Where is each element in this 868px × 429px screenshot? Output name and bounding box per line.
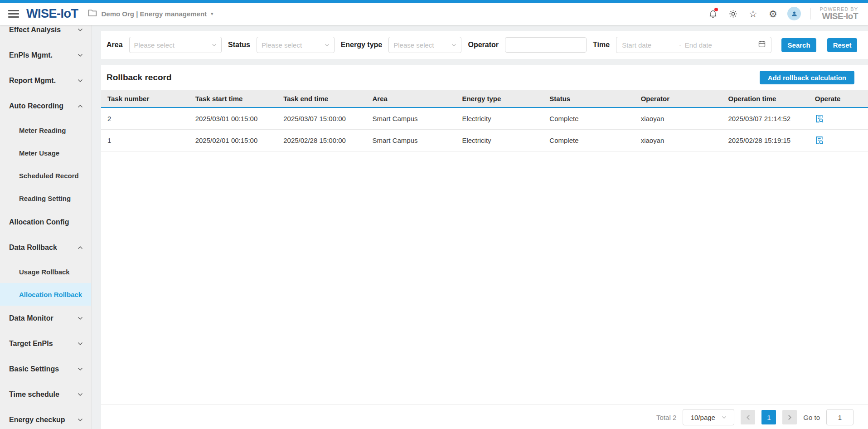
time-filter-label: Time — [593, 41, 610, 49]
sidebar-item-label: EnPls Mgmt. — [9, 51, 53, 59]
sidebar-item-label: Auto Recording — [9, 102, 63, 110]
app-logo: WISE-IoT — [26, 7, 78, 21]
chevron-left-icon — [746, 414, 750, 420]
chevron-down-icon — [78, 367, 83, 371]
chevron-down-icon — [78, 418, 83, 422]
header-divider — [810, 8, 810, 20]
table-row: 22025/03/01 00:15:002025/03/07 15:00:00S… — [101, 107, 868, 130]
energy-type-filter-label: Energy type — [341, 41, 383, 49]
sidebar-item-label: Allocation Config — [9, 218, 69, 226]
sidebar-item-data-rollback[interactable]: Data Rollback — [0, 235, 91, 260]
sidebar-item-meter-reading[interactable]: Meter Reading — [0, 119, 91, 141]
area-filter-label: Area — [107, 41, 123, 49]
sidebar-item-time-schedule[interactable]: Time schedule — [0, 382, 91, 407]
main-content: Area Please select Status Please select … — [92, 25, 868, 429]
sidebar-item-report-mgmt[interactable]: Report Mgmt. — [0, 68, 91, 93]
chevron-down-icon — [78, 54, 83, 57]
area-select-placeholder: Please select — [134, 41, 212, 49]
sidebar-item-label: Effect Analysis — [9, 26, 61, 34]
view-record-icon[interactable] — [815, 114, 824, 123]
notification-bell-icon[interactable] — [708, 8, 718, 19]
sidebar-list: Effect AnalysisEnPls Mgmt.Report Mgmt.Au… — [0, 25, 91, 429]
avatar[interactable] — [787, 7, 801, 20]
sidebar-item-label: Scheduled Record — [19, 172, 79, 180]
sidebar-item-target-enpis[interactable]: Target EnPIs — [0, 331, 91, 356]
sidebar-item-allocation-rollback[interactable]: Allocation Rollback — [0, 283, 91, 306]
org-selector[interactable]: Demo Org | Energy management ▾ — [88, 9, 213, 19]
add-rollback-calculation-button[interactable]: Add rollback calculation — [760, 71, 854, 84]
pagination-bar: Total 2 10/page 1 Go to — [101, 405, 868, 429]
settings-gear-icon[interactable]: ⚙ — [767, 8, 778, 19]
cell-energy-type: Electricity — [458, 107, 546, 130]
cell-status: Complete — [546, 130, 637, 151]
menu-icon[interactable] — [8, 10, 19, 18]
page-size-select[interactable]: 10/page — [683, 409, 734, 425]
column-header-task-end-time: Task end time — [280, 90, 369, 107]
reset-button[interactable]: Reset — [827, 38, 857, 52]
sidebar-item-effect-analysis[interactable]: Effect Analysis — [0, 25, 91, 43]
start-date-placeholder: Start date — [622, 41, 675, 49]
sidebar-item-scheduled-record[interactable]: Scheduled Record — [0, 164, 91, 187]
sidebar-item-usage-rollback[interactable]: Usage Rollback — [0, 260, 91, 283]
table-body: 22025/03/01 00:15:002025/03/07 15:00:00S… — [101, 107, 868, 151]
rollback-record-table: Task numberTask start timeTask end timeA… — [101, 90, 868, 151]
column-header-operation-time: Operation time — [725, 90, 811, 107]
view-record-icon[interactable] — [815, 136, 824, 145]
powered-by-logo: POWERED BY WISE-IoT — [820, 7, 858, 21]
cell-task-end-time: 2025/02/28 15:00:00 — [280, 130, 369, 151]
column-header-status: Status — [546, 90, 637, 107]
sidebar-item-label: Target EnPIs — [9, 340, 53, 348]
chevron-down-icon — [722, 416, 727, 419]
favorite-star-icon[interactable]: ☆ — [747, 8, 758, 19]
cell-area: Smart Campus — [369, 107, 458, 130]
energy-type-select[interactable]: Please select — [388, 37, 461, 53]
cell-task-end-time: 2025/03/07 15:00:00 — [280, 107, 369, 130]
sidebar-item-enpls-mgmt[interactable]: EnPls Mgmt. — [0, 43, 91, 68]
search-button[interactable]: Search — [781, 38, 816, 52]
sidebar-item-label: Meter Reading — [19, 127, 66, 134]
chevron-down-icon — [78, 342, 83, 346]
energy-type-select-placeholder: Please select — [393, 41, 451, 49]
cell-area: Smart Campus — [369, 130, 458, 151]
powered-by-brand: WISE-IoT — [822, 12, 858, 21]
chevron-down-icon — [78, 393, 83, 396]
chevron-down-icon — [212, 44, 217, 47]
filter-bar: Area Please select Status Please select … — [101, 31, 868, 59]
column-header-task-start-time: Task start time — [192, 90, 280, 107]
chevron-down-icon — [78, 317, 83, 320]
status-filter-label: Status — [228, 41, 250, 49]
page-number-1[interactable]: 1 — [761, 410, 776, 424]
sidebar-item-meter-usage[interactable]: Meter Usage — [0, 141, 91, 164]
chevron-down-icon — [78, 79, 83, 83]
sidebar-item-data-monitor[interactable]: Data Monitor — [0, 306, 91, 331]
goto-page-input[interactable] — [826, 409, 853, 425]
sidebar-item-label: Data Monitor — [9, 314, 53, 322]
calendar-icon — [758, 40, 766, 49]
app-header: WISE-IoT Demo Org | Energy management ▾ … — [0, 3, 868, 25]
area-select[interactable]: Please select — [129, 37, 222, 53]
cell-status: Complete — [546, 107, 637, 130]
operator-input[interactable] — [505, 37, 587, 53]
time-range-picker[interactable]: Start date - End date — [616, 37, 771, 53]
column-header-area: Area — [369, 90, 458, 107]
prev-page-button[interactable] — [741, 410, 755, 424]
sidebar-item-reading-setting[interactable]: Reading Setting — [0, 187, 91, 210]
status-select[interactable]: Please select — [257, 37, 335, 53]
sidebar-nav: Effect AnalysisEnPls Mgmt.Report Mgmt.Au… — [0, 25, 92, 429]
column-header-energy-type: Energy type — [458, 90, 546, 107]
chevron-down-icon — [78, 28, 83, 32]
sidebar-item-allocation-config[interactable]: Allocation Config — [0, 210, 91, 235]
total-count: Total 2 — [656, 414, 676, 421]
brightness-icon[interactable] — [727, 8, 738, 19]
page-size-value: 10/page — [691, 414, 715, 421]
cell-operation-time: 2025/03/07 21:14:52 — [725, 107, 811, 130]
cell-operator: xiaoyan — [637, 130, 725, 151]
column-header-task-number: Task number — [101, 90, 192, 107]
sidebar-item-label: Energy checkup — [9, 416, 65, 424]
sidebar-item-basic-settings[interactable]: Basic Settings — [0, 356, 91, 382]
sidebar-item-energy-checkup[interactable]: Energy checkup — [0, 407, 91, 429]
next-page-button[interactable] — [782, 410, 797, 424]
chevron-up-icon — [78, 104, 83, 108]
sidebar-item-auto-recording[interactable]: Auto Recording — [0, 93, 91, 119]
sidebar-item-label: Report Mgmt. — [9, 77, 56, 85]
